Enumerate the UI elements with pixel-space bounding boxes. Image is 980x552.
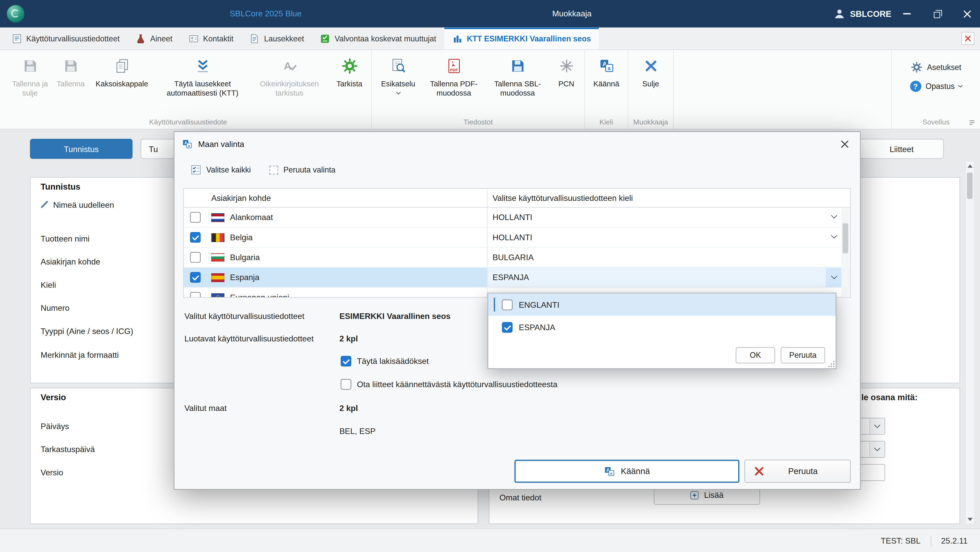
country-codes-row: BEL, ESP xyxy=(185,426,647,439)
save-sbl-button[interactable]: Tallenna SBL-muodossa xyxy=(485,52,550,98)
row-checkbox[interactable] xyxy=(190,212,200,223)
take-attachments-label: Ota liitteet käännettävästä käyttöturval… xyxy=(357,380,557,389)
settings-label: Asetukset xyxy=(927,63,961,72)
tab-label: Valvontaa koskevat muuttujat xyxy=(334,34,436,43)
select-all-button[interactable]: Valitse kaikki xyxy=(191,164,251,175)
country-row-belgia[interactable]: Belgia HOLLANTI xyxy=(184,228,850,247)
close-document-button[interactable]: Sulje xyxy=(630,52,671,89)
take-attachments-checkbox-row[interactable]: Ota liitteet käännettävästä käyttöturval… xyxy=(341,379,558,390)
tab-aineet[interactable]: Aineet xyxy=(128,27,181,49)
tab-close-button[interactable] xyxy=(961,32,974,45)
row-checkbox[interactable] xyxy=(190,232,200,243)
dropdown-ok-button[interactable]: OK xyxy=(736,347,775,364)
tab-kontaktit[interactable]: Kontaktit xyxy=(181,27,242,49)
language-value: HOLLANTI xyxy=(492,233,532,242)
duplicate-button[interactable]: Kaksoiskappale xyxy=(88,52,156,89)
dialog-cancel-button[interactable]: Peruuta xyxy=(745,460,851,483)
main-scrollbar[interactable] xyxy=(965,161,975,525)
language-option-englanti[interactable]: ENGLANTI xyxy=(488,294,836,316)
user-account[interactable]: SBLCORE xyxy=(833,0,891,27)
resize-grip[interactable] xyxy=(827,361,834,367)
dialog-launcher-icon[interactable] xyxy=(968,119,976,126)
language-combobox-open[interactable]: ESPANJA xyxy=(488,268,850,287)
settings-button[interactable]: Asetukset xyxy=(911,61,961,73)
country-row-bulgaria[interactable]: Bulgaria BULGARIA xyxy=(184,247,850,268)
language-cell[interactable]: HOLLANTI xyxy=(488,208,850,227)
minimize-icon[interactable] xyxy=(903,13,910,14)
svg-text:PDF: PDF xyxy=(450,67,458,72)
tab-ktt-esimerkki-vaarallinen-seos[interactable]: KTT ESIMERKKI Vaarallinen seos xyxy=(444,27,599,49)
netherlands-flag-icon xyxy=(211,213,224,222)
chevron-down-icon[interactable] xyxy=(869,442,885,457)
chevron-down-icon[interactable] xyxy=(831,212,837,219)
translate-icon: Aa xyxy=(598,58,614,73)
svg-text:a: a xyxy=(611,471,613,475)
option-checkbox[interactable] xyxy=(502,322,512,332)
eu-flag-icon xyxy=(211,293,224,298)
question-circle-icon: ? xyxy=(910,81,921,92)
fill-legislation-checkbox[interactable] xyxy=(341,356,352,367)
dialog-close-button[interactable] xyxy=(836,136,853,152)
pencil-icon xyxy=(39,200,49,209)
row-checkbox[interactable] xyxy=(190,252,200,263)
tab-label: Aineet xyxy=(150,34,172,43)
tab-kayttoturvallisuustiedotteet[interactable]: Käyttöturvallisuustiedotteet xyxy=(4,27,128,49)
clear-selection-button[interactable]: Peruuta valinta xyxy=(270,165,336,174)
language-option-espanja[interactable]: ESPANJA xyxy=(488,316,836,338)
page-magnifier-icon xyxy=(390,57,407,74)
take-attachments-checkbox[interactable] xyxy=(341,379,352,390)
view-tab-partial[interactable]: Tu xyxy=(141,139,176,159)
language-value: HOLLANTI xyxy=(492,213,532,222)
fill-phrases-label: Täytä lausekkeet automaattisesti (KTT) xyxy=(156,80,249,98)
preview-button[interactable]: Esikatselu xyxy=(374,52,422,94)
translate-button[interactable]: Aa Käännä xyxy=(587,52,626,89)
cancel-label: Peruuta xyxy=(789,351,816,360)
scrollbar-thumb[interactable] xyxy=(967,172,973,199)
field-label-tuotteen-nimi: Tuotteen nimi xyxy=(41,234,90,243)
check-button[interactable]: Tarkista xyxy=(329,52,369,89)
row-checkbox[interactable] xyxy=(190,272,200,283)
dropdown-cancel-button[interactable]: Peruuta xyxy=(781,347,825,364)
country-row-alankomaat[interactable]: Alankomaat HOLLANTI xyxy=(184,208,850,228)
row-checkbox[interactable] xyxy=(190,292,200,298)
tab-valvontaa-koskevat-muuttujat[interactable]: Valvontaa koskevat muuttujat xyxy=(312,27,444,49)
pdf-page-icon: PDF xyxy=(445,57,462,74)
scrollbar-thumb[interactable] xyxy=(843,223,848,253)
maximize-icon[interactable] xyxy=(934,11,940,18)
language-value: ESPANJA xyxy=(492,273,529,282)
country-column-header: Asiakirjan kohde xyxy=(211,193,271,203)
chevron-down-icon[interactable] xyxy=(869,418,885,434)
close-icon[interactable] xyxy=(963,10,971,18)
floppy-disk-icon xyxy=(62,57,79,74)
field-label-versio: Versio xyxy=(41,468,63,477)
fill-phrases-button[interactable]: Täytä lausekkeet automaattisesti (KTT) xyxy=(156,52,249,98)
country-name: Belgia xyxy=(230,233,253,242)
save-pdf-button[interactable]: PDF Tallenna PDF-muodossa xyxy=(422,52,485,98)
scroll-down-arrow[interactable] xyxy=(966,515,974,524)
table-scrollbar[interactable] xyxy=(841,208,850,297)
country-name: Alankomaat xyxy=(230,213,273,222)
help-button[interactable]: ? Opastus xyxy=(910,81,963,92)
chevron-down-icon[interactable] xyxy=(826,268,842,287)
language-cell[interactable]: HOLLANTI xyxy=(488,228,850,247)
fill-legislation-checkbox-row[interactable]: Täytä lakisäädökset xyxy=(341,356,429,367)
language-cell[interactable]: BULGARIA xyxy=(488,247,850,267)
pcn-button[interactable]: PCN xyxy=(550,52,582,89)
country-name: Espanja xyxy=(230,273,259,282)
view-tab-tunnistus[interactable]: Tunnistus xyxy=(30,139,132,159)
rename-button[interactable]: Nimeä uudelleen xyxy=(39,200,114,209)
language-value: BULGARIA xyxy=(492,253,533,262)
view-tab-liitteet[interactable]: Liitteet xyxy=(859,139,944,159)
country-row-espanja[interactable]: Espanja ESPANJA xyxy=(184,268,850,287)
two-pages-icon xyxy=(113,57,130,74)
chevron-down-icon[interactable] xyxy=(831,232,837,238)
svg-text:a: a xyxy=(607,65,611,71)
field-label-asiakirjan-kohde: Asiakirjan kohde xyxy=(41,257,100,266)
tab-lausekkeet[interactable]: Lausekkeet xyxy=(242,27,312,49)
version-label: 25.2.11 xyxy=(941,536,968,546)
ribbon-group-language-label: Kieli xyxy=(587,117,626,128)
save-sbl-label: Tallenna SBL-muodossa xyxy=(485,80,550,98)
scroll-up-arrow[interactable] xyxy=(966,161,974,171)
option-checkbox[interactable] xyxy=(502,299,512,310)
translate-confirm-button[interactable]: Aa Käännä xyxy=(514,460,740,483)
